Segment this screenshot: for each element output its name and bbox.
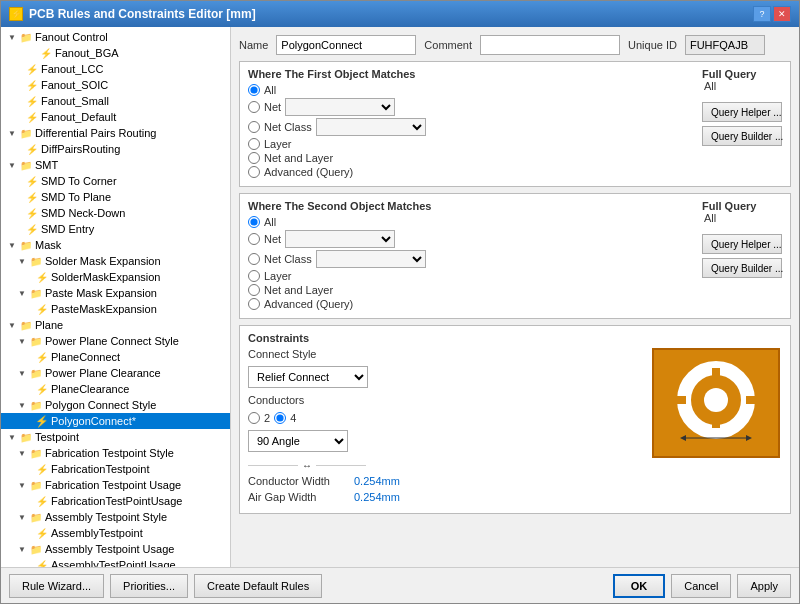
second-net-dropdown[interactable] <box>285 230 395 248</box>
title-bar-left: ⚡ PCB Rules and Constraints Editor [mm] <box>9 7 256 21</box>
tree-item-fanout-default[interactable]: ⚡ Fanout_Default <box>1 109 230 125</box>
ok-button[interactable]: OK <box>613 574 666 598</box>
tree-item-fanout-bga[interactable]: ⚡ Fanout_BGA <box>1 45 230 61</box>
tree-item-pastemask[interactable]: ▼ 📁 Paste Mask Expansion <box>1 285 230 301</box>
second-netclass-dropdown[interactable] <box>316 250 426 268</box>
tree-item-asm-testpoint[interactable]: ⚡ AssemblyTestpoint <box>1 525 230 541</box>
expand-icon <box>25 46 39 60</box>
rule-icon: ⚡ <box>35 558 49 567</box>
name-input[interactable] <box>276 35 416 55</box>
tree-item-soldermask[interactable]: ▼ 📁 Solder Mask Expansion <box>1 253 230 269</box>
tree-item-smd-plane[interactable]: ⚡ SMD To Plane <box>1 189 230 205</box>
tree-item-fanout-small[interactable]: ⚡ Fanout_Small <box>1 93 230 109</box>
rule-icon: ⚡ <box>35 382 49 396</box>
folder-icon: 📁 <box>29 334 43 348</box>
second-layer-radio[interactable] <box>248 270 260 282</box>
tree-item-fanout-control[interactable]: ▼ 📁 Fanout Control <box>1 29 230 45</box>
tree-item-smd-corner[interactable]: ⚡ SMD To Corner <box>1 173 230 189</box>
first-netclass-radio[interactable] <box>248 121 260 133</box>
first-net-radio[interactable] <box>248 101 260 113</box>
second-query-helper-button[interactable]: Query Helper ... <box>702 234 782 254</box>
tree-label: Assembly Testpoint Style <box>45 511 167 523</box>
first-net-dropdown[interactable] <box>285 98 395 116</box>
connect-style-row: Connect Style <box>248 348 640 360</box>
create-default-rules-button[interactable]: Create Default Rules <box>194 574 322 598</box>
tree-item-diffpairs-routing[interactable]: ⚡ DiffPairsRouting <box>1 141 230 157</box>
expand-icon: ▼ <box>15 398 29 412</box>
tree-item-fab-tp-usage[interactable]: ▼ 📁 Fabrication Testpoint Usage <box>1 477 230 493</box>
tree-item-fanout-soic[interactable]: ⚡ Fanout_SOIC <box>1 77 230 93</box>
tree-item-polygonconnect[interactable]: ⚡ PolygonConnect* <box>1 413 230 429</box>
first-query-builder-button[interactable]: Query Builder ... <box>702 126 782 146</box>
second-netclass-radio[interactable] <box>248 253 260 265</box>
conductors-2-label: 2 <box>264 412 270 424</box>
second-query-builder-button[interactable]: Query Builder ... <box>702 258 782 278</box>
tree-label: Solder Mask Expansion <box>45 255 161 267</box>
tree-label: Fanout_Default <box>41 111 116 123</box>
tree-item-plane[interactable]: ▼ 📁 Plane <box>1 317 230 333</box>
apply-button[interactable]: Apply <box>737 574 791 598</box>
rule-icon: ⚡ <box>25 62 39 76</box>
tree-label: AssemblyTestPointUsage <box>51 559 176 567</box>
first-advanced-row: Advanced (Query) <box>248 166 694 178</box>
tree-item-fab-testpoint[interactable]: ⚡ FabricationTestpoint <box>1 461 230 477</box>
tree-item-testpoint[interactable]: ▼ 📁 Testpoint <box>1 429 230 445</box>
tree-label: Fabrication Testpoint Style <box>45 447 174 459</box>
first-all-row: All <box>248 84 694 96</box>
second-all-row: All <box>248 216 694 228</box>
first-netlayer-radio[interactable] <box>248 152 260 164</box>
expand-icon: ▼ <box>5 318 19 332</box>
tree-label: FabricationTestPointUsage <box>51 495 182 507</box>
tree-item-pastemask-expansion[interactable]: ⚡ PasteMaskExpansion <box>1 301 230 317</box>
first-layer-radio[interactable] <box>248 138 260 150</box>
tree-item-smd-entry[interactable]: ⚡ SMD Entry <box>1 221 230 237</box>
second-advanced-radio[interactable] <box>248 298 260 310</box>
priorities-button[interactable]: Priorities... <box>110 574 188 598</box>
first-all-label: All <box>264 84 276 96</box>
second-all-radio[interactable] <box>248 216 260 228</box>
tree-item-power-clearance[interactable]: ▼ 📁 Power Plane Clearance <box>1 365 230 381</box>
angle-dropdown[interactable]: 90 Angle 45 Angle Any Angle <box>248 430 348 452</box>
first-all-radio[interactable] <box>248 84 260 96</box>
tree-item-diff-pairs[interactable]: ▼ 📁 Differential Pairs Routing <box>1 125 230 141</box>
help-button[interactable]: ? <box>753 6 771 22</box>
tree-label: SMD To Plane <box>41 191 111 203</box>
tree-item-power-connect[interactable]: ▼ 📁 Power Plane Connect Style <box>1 333 230 349</box>
folder-icon: 📁 <box>19 430 33 444</box>
expand-icon: ▼ <box>5 126 19 140</box>
connect-style-dropdown[interactable]: Relief Connect Direct Connect No Connect <box>248 366 368 388</box>
first-object-section: Where The First Object Matches All Net <box>239 61 791 187</box>
first-netclass-dropdown[interactable] <box>316 118 426 136</box>
close-button[interactable]: ✕ <box>773 6 791 22</box>
tree-label: AssemblyTestpoint <box>51 527 143 539</box>
first-advanced-radio[interactable] <box>248 166 260 178</box>
rule-wizard-button[interactable]: Rule Wizard... <box>9 574 104 598</box>
polygon-connect-symbol <box>652 348 782 507</box>
tree-item-smd-neckdown[interactable]: ⚡ SMD Neck-Down <box>1 205 230 221</box>
second-advanced-label: Advanced (Query) <box>264 298 353 310</box>
cancel-button[interactable]: Cancel <box>671 574 731 598</box>
first-query-helper-button[interactable]: Query Helper ... <box>702 102 782 122</box>
tree-item-asm-tp-usage-rule[interactable]: ⚡ AssemblyTestPointUsage <box>1 557 230 567</box>
tree-item-asm-tp-style[interactable]: ▼ 📁 Assembly Testpoint Style <box>1 509 230 525</box>
folder-icon: 📁 <box>29 446 43 460</box>
tree-item-fab-tp-usage-rule[interactable]: ⚡ FabricationTestPointUsage <box>1 493 230 509</box>
second-net-radio[interactable] <box>248 233 260 245</box>
tree-item-mask[interactable]: ▼ 📁 Mask <box>1 237 230 253</box>
first-net-row: Net <box>248 98 694 116</box>
tree-item-fab-tp-style[interactable]: ▼ 📁 Fabrication Testpoint Style <box>1 445 230 461</box>
second-netlayer-radio[interactable] <box>248 284 260 296</box>
tree-item-soldermask-expansion[interactable]: ⚡ SolderMaskExpansion <box>1 269 230 285</box>
tree-item-fanout-lcc[interactable]: ⚡ Fanout_LCC <box>1 61 230 77</box>
conductors-2-radio[interactable] <box>248 412 260 424</box>
rule-editor-panel: Name Comment Unique ID Where The First O… <box>231 27 799 567</box>
tree-item-planeclearance[interactable]: ⚡ PlaneClearance <box>1 381 230 397</box>
rule-icon: ⚡ <box>35 270 49 284</box>
comment-input[interactable] <box>480 35 620 55</box>
tree-item-asm-tp-usage[interactable]: ▼ 📁 Assembly Testpoint Usage <box>1 541 230 557</box>
tree-item-planeconnect[interactable]: ⚡ PlaneConnect <box>1 349 230 365</box>
tree-item-smt[interactable]: ▼ 📁 SMT <box>1 157 230 173</box>
conductors-4-radio[interactable] <box>274 412 286 424</box>
tree-item-polygon-connect[interactable]: ▼ 📁 Polygon Connect Style <box>1 397 230 413</box>
angle-row: 90 Angle 45 Angle Any Angle <box>248 430 640 452</box>
